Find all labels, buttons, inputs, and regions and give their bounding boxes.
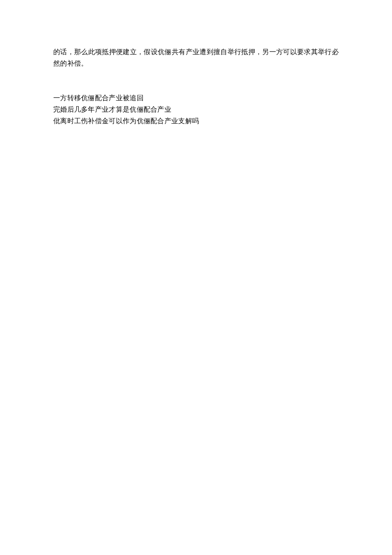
related-links-list: 一方转移伉俪配合产业被追回 完婚后几多年产业才算是伉俪配合产业 仳离时工伤补偿金…: [53, 92, 339, 127]
related-link-item: 完婚后几多年产业才算是伉俪配合产业: [53, 104, 339, 115]
related-link-item: 仳离时工伤补偿金可以作为伉俪配合产业支解吗: [53, 115, 339, 127]
body-paragraph: 的话，那么此项抵押便建立，假设伉俪共有产业遭到擅自举行抵押，另一方可以要求其举行…: [53, 46, 339, 69]
related-link-item: 一方转移伉俪配合产业被追回: [53, 92, 339, 104]
document-page: 的话，那么此项抵押便建立，假设伉俪共有产业遭到擅自举行抵押，另一方可以要求其举行…: [0, 0, 392, 127]
